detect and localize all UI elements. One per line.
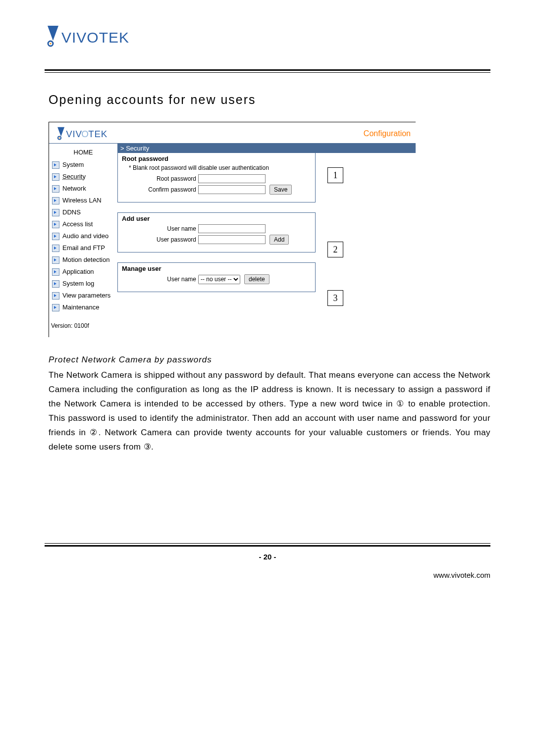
page-title: Opening accounts for new users [49, 93, 490, 107]
sidebar: HOME System Security Network Wireless LA… [49, 144, 117, 337]
svg-text:O: O [81, 129, 89, 139]
arrow-right-icon [52, 197, 59, 204]
nav-item-system[interactable]: System [49, 159, 117, 171]
arrow-right-icon [52, 280, 59, 288]
configuration-label: Configuration [364, 129, 411, 138]
label-user-name: User name [122, 225, 198, 232]
nav-item-network[interactable]: Network [49, 183, 117, 195]
add-button[interactable]: Add [269, 235, 289, 245]
arrow-right-icon [52, 209, 59, 216]
version-label: Version: 0100f [49, 313, 117, 334]
arrow-right-icon [52, 161, 59, 169]
svg-text:TEK: TEK [88, 129, 107, 139]
save-button[interactable]: Save [269, 185, 292, 195]
nav-item-system-log[interactable]: System log [49, 278, 117, 290]
panel-root-password: Root password * Blank root password will… [117, 153, 316, 202]
body-text: The Network Camera is shipped without an… [49, 368, 490, 454]
arrow-right-icon [52, 185, 59, 193]
nav-home[interactable]: HOME [49, 147, 117, 159]
panel-title: Add user [122, 215, 311, 222]
nav-item-view-parameters[interactable]: View parameters [49, 290, 117, 302]
nav-item-ddns[interactable]: DDNS [49, 206, 117, 218]
callout-1: 1 [327, 167, 343, 183]
arrow-right-icon [52, 268, 59, 276]
breadcrumb: > Security [117, 144, 416, 153]
subheading: Protect Network Camera by passwords [49, 355, 490, 365]
confirm-password-input[interactable] [198, 185, 266, 194]
callout-3: 3 [327, 290, 343, 306]
svg-marker-4 [57, 127, 64, 137]
label-confirm-password: Confirm password [122, 186, 198, 193]
arrow-right-icon [52, 221, 59, 228]
label-user-password: User password [122, 236, 198, 243]
nav-item-application[interactable]: Application [49, 266, 117, 278]
nav-item-wireless-lan[interactable]: Wireless LAN [49, 195, 117, 206]
vivotek-logo-small-icon: VIV O TEK [56, 126, 125, 141]
arrow-right-icon [52, 292, 59, 300]
manage-user-select[interactable]: -- no user -- [198, 275, 240, 284]
svg-point-2 [50, 43, 52, 45]
root-password-input[interactable] [198, 174, 266, 183]
delete-button[interactable]: delete [244, 274, 269, 284]
arrow-right-icon [52, 256, 59, 264]
panel-manage-user: Manage user User name -- no user -- dele… [117, 262, 316, 292]
footer-url: www.vivotek.com [45, 571, 490, 579]
vivotek-logo-icon: VIVOTEK [45, 25, 149, 50]
label-root-password: Root password [122, 175, 198, 182]
root-password-note: * Blank root password will disable user … [129, 164, 311, 171]
svg-text:VIV: VIV [66, 129, 82, 139]
nav-item-access-list[interactable]: Access list [49, 218, 117, 230]
page-number: - 20 - [45, 553, 490, 561]
bottom-divider [45, 543, 490, 547]
nav-item-security[interactable]: Security [49, 171, 117, 183]
nav-item-motion-detection[interactable]: Motion detection [49, 254, 117, 266]
svg-marker-0 [48, 26, 58, 41]
svg-point-6 [59, 138, 60, 139]
arrow-right-icon [52, 304, 59, 311]
svg-text:VIVOTEK: VIVOTEK [61, 29, 129, 46]
nav-item-email-ftp[interactable]: Email and FTP [49, 242, 117, 254]
arrow-right-icon [52, 245, 59, 252]
arrow-right-icon [52, 173, 59, 181]
label-manage-user-name: User name [122, 276, 198, 283]
arrow-right-icon [52, 233, 59, 240]
callout-2: 2 [327, 242, 343, 257]
nav-item-maintenance[interactable]: Maintenance [49, 302, 117, 313]
panel-title: Manage user [122, 265, 311, 272]
top-divider [45, 69, 490, 73]
brand-logo-top: VIVOTEK [45, 25, 490, 50]
panel-title: Root password [122, 155, 311, 162]
add-user-password-input[interactable] [198, 235, 266, 244]
nav-item-audio-video[interactable]: Audio and video [49, 230, 117, 242]
add-user-name-input[interactable] [198, 224, 266, 233]
panel-add-user: Add user User name User password Add [117, 212, 316, 252]
config-screenshot: VIV O TEK Configuration HOME System Secu… [49, 122, 416, 337]
